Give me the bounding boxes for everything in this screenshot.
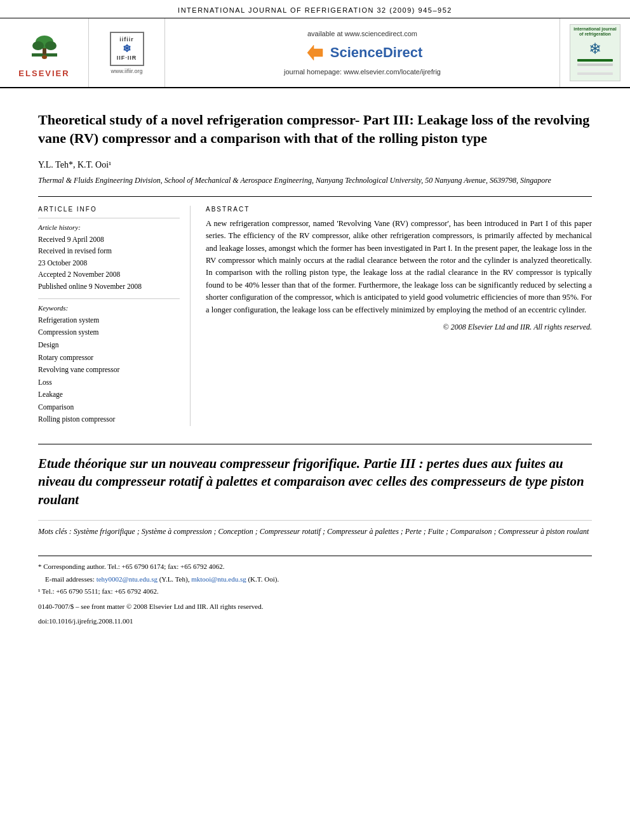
footnote-area: * Corresponding author. Tel.: +65 6790 6… [38,556,592,627]
abstract-text: A new refrigeration compressor, named 'R… [206,218,592,316]
journal-cover-title-text: international journal of refrigeration [572,27,618,37]
affiliation-text: Thermal & Fluids Engineering Division, S… [38,175,592,186]
received2: Received in revised form [38,245,180,257]
keyword-9: Rolling piston compressor [38,413,180,426]
journal-title-bar: International Journal of Refrigeration 3… [178,6,452,14]
keywords-label: Keywords: [38,304,180,312]
svg-point-3 [32,41,44,50]
keyword-8: Comparison [38,401,180,414]
abstract-copyright: © 2008 Elsevier Ltd and IIR. All rights … [206,323,592,332]
abstract-col: Abstract A new refrigeration compressor,… [206,206,592,426]
available-text: available at www.sciencedirect.com [307,30,417,37]
svg-marker-6 [307,45,323,60]
french-keywords: Mots clés : Système frigorifique ; Systè… [38,526,592,538]
keyword-7: Leakage [38,389,180,401]
cover-decoration [576,58,614,77]
authors-text: Y.L. Teh*, K.T. Ooi¹ [38,160,111,170]
journal-cover-image: international journal of refrigeration ❄ [570,24,620,81]
article-history-block: Article history: Received 9 April 2008 R… [38,218,180,292]
article-info-col: Article Info Article history: Received 9… [38,206,191,426]
svg-rect-10 [577,68,596,70]
tel2-footnote: ¹ Tel.: +65 6790 5511; fax: +65 6792 406… [38,586,592,597]
iir-badge: iifiir ❄ IIF·IIR [110,32,144,66]
keyword-5: Revolving vane compressor [38,364,180,377]
elsevier-label: ELSEVIER [18,69,69,78]
french-divider [38,520,592,521]
journal-header-bar: International Journal of Refrigeration 3… [0,0,630,18]
french-section: Etude théorique sur un nouveau compresse… [38,444,592,538]
journal-cover-block: international journal of refrigeration ❄ [560,18,630,87]
keyword-4: Rotary compressor [38,352,180,364]
keyword-1: Refrigeration system [38,314,180,327]
sciencedirect-logo: ScienceDirect [302,43,423,63]
svg-rect-8 [577,59,613,62]
journal-homepage: journal homepage: www.elsevier.com/locat… [284,68,441,76]
email2-name: (K.T. Ooi). [248,575,279,583]
sciencedirect-block: available at www.sciencedirect.com Scien… [165,18,560,87]
sd-symbol-icon [302,43,328,63]
abstract-label: Abstract [206,206,592,213]
sciencedirect-text: ScienceDirect [330,44,423,61]
elsevier-tree-icon [25,28,64,66]
svg-rect-11 [598,68,613,70]
doi-line: doi:10.1016/j.ijrefrig.2008.11.001 [38,616,592,627]
article-title: Theoretical study of a novel refrigerati… [38,111,592,147]
svg-rect-9 [577,63,613,66]
email-label: E-mail addresses: [45,575,95,583]
article-content: Theoretical study of a novel refrigerati… [0,88,630,640]
svg-rect-12 [577,72,613,75]
authors-line: Y.L. Teh*, K.T. Ooi¹ [38,160,592,170]
article-divider [38,196,592,197]
svg-point-4 [45,41,57,50]
iifiir-url: www.iifiir.org [111,68,142,74]
received2b: 23 October 2008 [38,257,180,269]
two-col-section: Article Info Article history: Received 9… [38,206,592,426]
article-info-label: Article Info [38,206,180,213]
email1-name: (Y.L. Teh), [159,575,190,583]
keyword-3: Design [38,339,180,352]
received1: Received 9 April 2008 [38,234,180,245]
email-footnote: E-mail addresses: tehy0002@ntu.edu.sg (Y… [38,574,592,585]
accepted-date: Accepted 2 November 2008 [38,269,180,280]
page-wrapper: International Journal of Refrigeration 3… [0,0,630,840]
published-date: Published online 9 November 2008 [38,281,180,292]
keywords-block: Keywords: Refrigeration system Compressi… [38,298,180,426]
keyword-6: Loss [38,377,180,389]
french-title: Etude théorique sur un nouveau compresse… [38,455,592,509]
issn-line: 0140-7007/$ – see front matter © 2008 El… [38,601,592,613]
keyword-2: Compression system [38,326,180,339]
corresponding-footnote: * Corresponding author. Tel.: +65 6790 6… [38,561,592,573]
iifiir-logo-block: iifiir ❄ IIF·IIR www.iifiir.org [89,18,165,87]
svg-point-5 [42,55,47,59]
email2-link[interactable]: mktooi@ntu.edu.sg [191,575,246,583]
email1-link[interactable]: tehy0002@ntu.edu.sg [97,575,158,583]
logo-header: ELSEVIER iifiir ❄ IIF·IIR www.iifiir.org… [0,18,630,88]
history-label: Article history: [38,223,180,231]
elsevier-logo-block: ELSEVIER [0,18,89,87]
snowflake-icon: ❄ [589,40,601,58]
keywords-list: Refrigeration system Compression system … [38,314,180,426]
